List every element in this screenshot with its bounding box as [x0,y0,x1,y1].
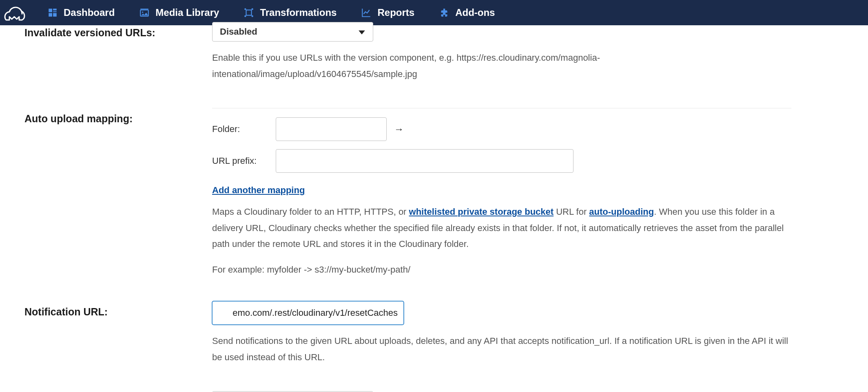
example-auto-upload: For example: myfolder -> s3://my-bucket/… [212,264,791,275]
mapping-urlprefix-row: URL prefix: [212,149,791,173]
svg-rect-2 [53,11,57,12]
arrow-right-icon: → [394,123,404,135]
addons-icon [439,7,450,18]
nav-label: Reports [377,7,414,18]
svg-point-10 [245,15,246,17]
svg-rect-7 [246,10,252,15]
svg-point-6 [142,11,143,13]
mapping-folder-row: Folder: → [212,117,791,141]
helper-auto-upload: Maps a Cloudinary folder to an HTTP, HTT… [212,204,791,252]
nav-label: Add-ons [455,7,495,18]
whitelisted-bucket-link[interactable]: whitelisted private storage bucket [409,207,554,217]
label-invalidate-urls: Invalidate versioned URLs: [24,22,212,39]
svg-rect-1 [53,9,57,10]
row-notification-url: Notification URL: Send notifications to … [24,294,844,365]
folder-input[interactable] [276,117,387,141]
nav-label: Dashboard [64,7,115,18]
helper-invalidate-urls: Enable this if you use URLs with the ver… [212,50,791,82]
url-prefix-input[interactable] [276,149,574,173]
nav-transformations[interactable]: Transformations [244,7,337,18]
label-notification-url: Notification URL: [24,301,212,318]
divider [212,108,791,108]
folder-label: Folder: [212,124,268,134]
transformations-icon [244,7,254,18]
svg-point-11 [252,15,253,17]
helper-notification-url: Send notifications to the given URL abou… [212,333,791,365]
nav-addons[interactable]: Add-ons [439,7,495,18]
media-library-icon [139,7,150,18]
svg-point-9 [252,8,253,10]
add-mapping-link[interactable]: Add another mapping [212,185,305,196]
svg-rect-3 [49,13,52,17]
top-nav: Dashboard Media Library Transformations … [0,0,868,25]
field-notification-url: Send notifications to the given URL abou… [212,301,791,365]
nav-reports[interactable]: Reports [361,7,414,18]
notification-url-input[interactable] [212,301,404,325]
auto-uploading-link[interactable]: auto-uploading [589,207,654,217]
field-invalidate-urls: Disabled Enable this if you use URLs wit… [212,22,791,82]
cloud-logo-icon [3,6,28,22]
logo[interactable] [0,0,31,25]
urlprefix-label: URL prefix: [212,156,268,166]
label-auto-upload: Auto upload mapping: [24,108,212,125]
svg-rect-4 [53,13,57,17]
svg-point-8 [245,8,246,10]
invalidate-select[interactable]: Disabled [212,22,373,42]
dashboard-icon [47,7,58,18]
field-auto-upload: Folder: → URL prefix: Add another mappin… [212,108,791,275]
reports-icon [361,7,372,18]
nav-items: Dashboard Media Library Transformations … [47,7,495,18]
svg-rect-0 [49,9,52,12]
row-auto-upload: Auto upload mapping: Folder: → URL prefi… [24,101,844,275]
nav-label: Transformations [260,7,337,18]
nav-dashboard[interactable]: Dashboard [47,7,115,18]
settings-content: Invalidate versioned URLs: Disabled Enab… [0,22,868,392]
row-default-video-quality: Default video quality: . [24,384,844,392]
row-invalidate-urls: Invalidate versioned URLs: Disabled Enab… [24,22,844,82]
nav-media-library[interactable]: Media Library [139,7,219,18]
select-value: Disabled [220,26,257,37]
nav-label: Media Library [155,7,219,18]
